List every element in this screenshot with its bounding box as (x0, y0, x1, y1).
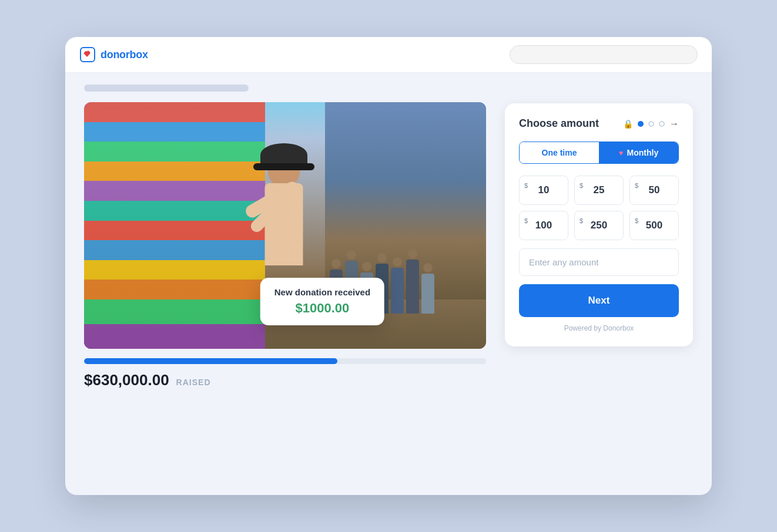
panel-header: Choose amount 🔒 → (519, 117, 679, 130)
person-hat (260, 143, 307, 167)
amount-btn-100[interactable]: $ 100 (519, 211, 568, 240)
heart-icon: ♥ (619, 149, 624, 157)
currency-symbol: $ (524, 217, 528, 224)
amount-value: 10 (538, 184, 550, 196)
progress-bar-fill (84, 358, 337, 364)
powered-by: Powered by Donorbox (519, 324, 679, 332)
donorbox-logo-icon (79, 46, 96, 63)
next-button[interactable]: Next (519, 284, 679, 317)
amount-value: 500 (646, 220, 662, 231)
donation-panel: Choose amount 🔒 → One time ♥ Monthly (505, 103, 693, 346)
panel-controls: 🔒 → (623, 119, 679, 129)
currency-symbol: $ (635, 217, 638, 224)
one-time-button[interactable]: One time (520, 142, 599, 163)
main-content: New donation received $1000.00 $630,000.… (65, 73, 712, 408)
logo-text: donorbox (101, 49, 148, 61)
raised-amount: $630,000.00 (84, 371, 169, 389)
step-dot-1 (638, 121, 644, 127)
lock-icon: 🔒 (623, 119, 633, 129)
amount-btn-500[interactable]: $ 500 (629, 211, 679, 240)
currency-symbol: $ (524, 182, 528, 189)
breadcrumb-bar (84, 85, 249, 92)
left-panel: New donation received $1000.00 $630,000.… (84, 85, 486, 389)
panel-title: Choose amount (519, 117, 599, 130)
custom-amount-input[interactable] (519, 248, 679, 276)
frequency-toggle: One time ♥ Monthly (519, 142, 679, 164)
progress-section: $630,000.00 RAISED (84, 358, 486, 389)
amount-value: 100 (535, 220, 552, 231)
browser-header: donorbox (65, 37, 712, 73)
currency-symbol: $ (635, 182, 638, 189)
amount-btn-10[interactable]: $ 10 (519, 176, 568, 205)
crowd-person (391, 268, 404, 314)
monthly-label: Monthly (627, 148, 659, 157)
raised-info: $630,000.00 RAISED (84, 371, 486, 389)
forward-arrow-icon: → (669, 119, 679, 129)
raised-label: RAISED (176, 378, 211, 387)
hero-image: New donation received $1000.00 (84, 102, 486, 349)
currency-symbol: $ (580, 217, 583, 224)
amount-grid: $ 10 $ 25 $ 50 $ 100 $ 250 (519, 176, 679, 240)
notification-title: New donation received (274, 287, 370, 297)
step-dot-3 (659, 121, 665, 127)
crowd-person (406, 260, 419, 314)
monthly-button[interactable]: ♥ Monthly (599, 142, 678, 163)
progress-bar-track (84, 358, 486, 364)
amount-btn-25[interactable]: $ 25 (574, 176, 624, 205)
browser-window: donorbox (65, 37, 712, 495)
donation-notification: New donation received $1000.00 (260, 278, 384, 325)
address-bar[interactable] (510, 45, 698, 64)
amount-value: 50 (649, 184, 660, 196)
logo-area: donorbox (79, 46, 148, 63)
amount-btn-50[interactable]: $ 50 (629, 176, 679, 205)
amount-value: 25 (594, 184, 605, 196)
crowd-person (421, 274, 434, 314)
currency-symbol: $ (580, 182, 583, 189)
notification-amount: $1000.00 (274, 301, 370, 316)
amount-value: 250 (591, 220, 607, 231)
amount-btn-250[interactable]: $ 250 (574, 211, 624, 240)
step-dot-2 (648, 121, 654, 127)
